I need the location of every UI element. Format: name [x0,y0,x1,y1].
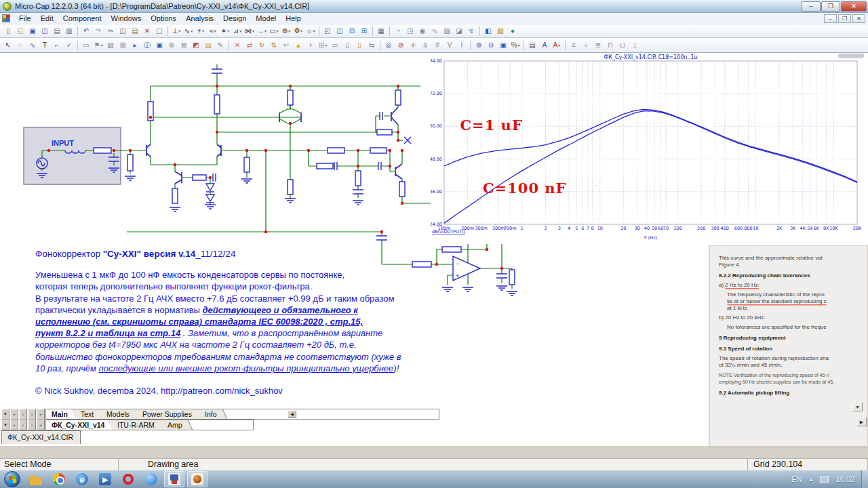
show-hidden-icons[interactable]: ▲ [809,477,814,482]
delete-icon[interactable]: ✕ [142,26,153,37]
taskbar-app-icon[interactable]: ▶ [95,471,115,487]
align-middle-icon[interactable]: ⊔ [617,40,628,51]
refresh-sheet-icon[interactable]: ⇆ [366,40,377,51]
data-window-icon[interactable]: ▨ [441,26,452,37]
doc-scroll-right-button[interactable]: ▶ [856,417,867,426]
menu-design[interactable]: Design [218,14,251,23]
clock[interactable]: 16:02 [835,475,854,483]
zoom-area-icon[interactable]: ▣ [498,40,509,51]
lamp-palette-icon[interactable]: ☼▾ [305,26,316,37]
tab-nav-first[interactable]: « [10,409,18,420]
taskbar-opera-icon[interactable] [118,471,138,487]
ground-palette-icon[interactable]: ⊥▾ [171,26,182,37]
bus-tool-icon[interactable]: ▭ [81,40,92,51]
crosshair-icon[interactable]: + [305,40,316,51]
child-restore-button[interactable]: ❐ [838,14,851,23]
tab-amp[interactable]: Amp [158,420,193,430]
watch-window-icon[interactable]: ◔ [393,26,403,37]
file-tab[interactable]: ФК_Cy-XXI_v14.CIR [1,430,81,444]
macro-palette-icon[interactable]: ▭▾ [269,26,279,37]
text-mode-icon[interactable]: T [39,40,50,51]
align-right-icon[interactable]: ≣ [593,40,604,51]
star-palette-icon[interactable]: ✶▾ [220,26,231,37]
info-tool-icon[interactable]: ⓘ [142,40,153,51]
split-window-icon[interactable]: ⊞ [359,26,370,37]
check-tool-icon[interactable]: ⊠ [178,40,189,51]
noise-palette-icon[interactable]: ≈▾ [208,26,218,37]
select-all-icon[interactable]: ▢ [154,26,165,37]
tab-power-supplies[interactable]: Power Supplies [133,409,202,419]
tile-horizontal-icon[interactable]: ⊟ [347,26,357,37]
save-file-icon[interactable]: ▣ [27,26,38,37]
calculator-icon[interactable]: ▦ [376,26,387,37]
current-arrows-icon[interactable]: I [456,40,467,51]
node-numbers-icon[interactable]: # [432,40,443,51]
warning-box-icon[interactable]: ▲ [293,40,304,51]
component-mode-icon[interactable]: ◌ [15,40,26,51]
zoom-out-icon[interactable]: ⊖ [486,40,496,51]
tile-vertical-icon[interactable]: ◫ [334,26,345,37]
cascade-windows-icon[interactable]: ◰ [322,26,333,37]
zoom-scale-icon[interactable]: %▾ [510,40,521,51]
paste-icon[interactable]: ▤ [130,26,140,37]
step-box-icon[interactable]: ↩ [281,40,292,51]
source-palette-icon[interactable]: ∿▾ [183,26,194,37]
taskbar-chrome-icon[interactable] [49,471,69,487]
tab-фк_cy-xxi_v14[interactable]: ФК_Cy-XXI_v14 [45,420,115,430]
flag-tool-icon[interactable]: ⚑▾ [93,40,104,51]
redo-icon[interactable]: ↷ [93,26,104,37]
select-mode-tool-icon[interactable]: ↖ [3,40,14,51]
tab-nav-menu[interactable]: ▼ [1,409,9,420]
title-block-icon[interactable]: ▯ [342,40,353,51]
region-enable-icon[interactable]: ◩ [191,40,201,51]
menu-options[interactable]: Options [146,14,181,23]
font-grow-icon[interactable]: A [539,40,550,51]
note-tool-icon[interactable]: ▤ [203,40,214,51]
arrow-palette-icon[interactable]: →▾ [256,26,267,37]
menu-component[interactable]: Component [58,14,106,23]
align-top-icon[interactable]: ⊓ [605,40,616,51]
tab-nav-prev[interactable]: ‹ [19,409,27,420]
start-button[interactable] [4,471,20,487]
taskbar-floppy-icon[interactable] [164,471,184,487]
analysis-window-icon[interactable]: ◧ [483,26,494,37]
language-indicator[interactable]: EN [791,475,802,483]
tab-nav-first[interactable]: « [10,420,18,430]
align-left-icon[interactable]: ≡ [568,40,579,51]
wire-mode-icon[interactable]: ∿ [27,40,38,51]
tab-itu-r-arm[interactable]: ITU-R-ARM [108,420,165,430]
edit-tool-icon[interactable]: ✎ [215,40,226,51]
taskbar-ie-icon[interactable]: e [72,471,92,487]
input-source-box[interactable] [24,127,121,184]
flip-y-icon[interactable]: ⇅ [269,40,279,51]
show-desktop-button[interactable] [861,470,868,488]
menu-file[interactable]: File [14,14,36,23]
picture-tool-icon[interactable]: ▧ [105,40,116,51]
clean-window-icon[interactable]: ◪ [454,26,465,37]
tab-nav-next[interactable]: › [28,420,36,430]
probe-window-icon[interactable]: ◉ [417,26,428,37]
taskbar-browser-icon[interactable] [141,471,161,487]
part-palette-icon[interactable]: +▾ [195,26,206,37]
attribute-text-icon[interactable]: a [420,40,431,51]
taskbar-microcap-icon[interactable] [187,471,208,487]
find-component-icon[interactable]: ✕ [232,40,243,51]
child-close-button[interactable]: ✕ [852,14,865,23]
save-embedded-icon[interactable]: ◫ [39,26,50,37]
tab-info[interactable]: Info [195,409,227,419]
model-gear-icon[interactable]: ▧ [495,26,506,37]
tab-nav-last[interactable]: » [37,420,45,430]
drawing-area[interactable]: INPUT −+ 100m200m300m500m700m12345678102… [0,53,868,446]
menu-edit[interactable]: Edit [36,14,58,23]
tab-nav-menu[interactable]: ▼ [1,420,9,430]
node-palette-icon[interactable]: ⊕▾ [281,26,292,37]
web-globe-icon[interactable]: ● [507,26,518,37]
mirror-x-icon[interactable]: ⇄ [244,40,255,51]
open-file-icon[interactable]: ◱ [15,26,26,37]
border-toggle-icon[interactable]: ▭ [330,40,340,51]
restore-button[interactable]: ❐ [821,1,840,12]
bjt-palette-icon[interactable]: ⊿▾ [232,26,243,37]
tab-nav-last[interactable]: » [37,409,45,420]
font-color-icon[interactable]: A▾ [551,40,562,51]
menu-windows[interactable]: Windows [106,14,146,23]
